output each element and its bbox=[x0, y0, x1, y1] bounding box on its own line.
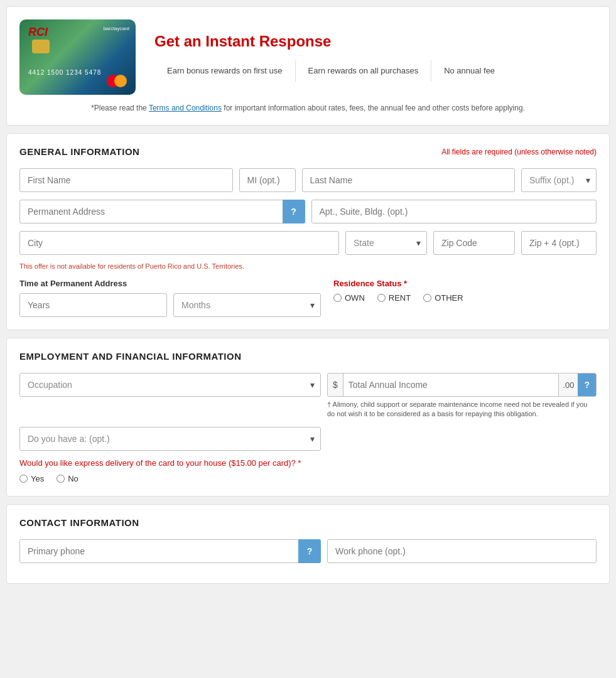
address-question-button[interactable]: ? bbox=[283, 200, 305, 223]
name-row: Suffix (opt.) Jr. Sr. II III ▾ bbox=[19, 168, 597, 192]
apt-input[interactable] bbox=[311, 200, 597, 223]
page-title: Get an Instant Response bbox=[154, 33, 597, 50]
state-select-wrapper: State AL CA NY TX ▾ bbox=[345, 231, 427, 255]
first-name-wrapper bbox=[19, 168, 233, 192]
occupation-income-row: Occupation Employed Self-Employed Retire… bbox=[19, 373, 597, 419]
months-select[interactable]: Months 0 1 2 3 4 5 6 7 8 9 bbox=[173, 293, 321, 317]
general-info-section: GENERAL INFORMATION All fields are requi… bbox=[6, 133, 610, 330]
section-header-contact: CONTACT INFORMATION bbox=[19, 517, 597, 528]
residence-rent-option[interactable]: RENT bbox=[377, 293, 411, 303]
city-state-zip-row: State AL CA NY TX ▾ bbox=[19, 231, 597, 255]
mi-input[interactable] bbox=[239, 168, 296, 192]
time-inputs-row: Months 0 1 2 3 4 5 6 7 8 9 bbox=[19, 293, 321, 317]
express-yes-label: Yes bbox=[31, 474, 44, 483]
address-row: ? bbox=[19, 200, 597, 223]
residence-rent-label: RENT bbox=[389, 293, 411, 303]
residence-section: Residence Status * OWN RENT OTHER bbox=[333, 279, 597, 317]
section-title-general: GENERAL INFORMATION bbox=[19, 146, 139, 157]
primary-phone-question-button[interactable]: ? bbox=[298, 539, 321, 563]
barclaycard-logo: barclaycard bbox=[104, 26, 129, 31]
first-name-input[interactable] bbox=[19, 168, 233, 192]
terms-link[interactable]: Terms and Conditions bbox=[149, 104, 222, 112]
zip4-input[interactable] bbox=[521, 231, 597, 255]
years-input[interactable] bbox=[19, 293, 167, 317]
features-list: Earn bonus rewards on first use Earn rew… bbox=[154, 60, 597, 82]
residence-radio-group: OWN RENT OTHER bbox=[333, 293, 597, 303]
primary-phone-input[interactable] bbox=[19, 539, 321, 563]
time-section: Time at Permanent Address Months 0 1 2 bbox=[19, 279, 321, 317]
express-yes-option[interactable]: Yes bbox=[19, 474, 44, 483]
income-question-button[interactable]: ? bbox=[578, 374, 596, 396]
zip-input[interactable] bbox=[433, 231, 515, 255]
residence-rent-radio[interactable] bbox=[377, 294, 386, 302]
address-input[interactable] bbox=[19, 200, 305, 223]
employment-section: EMPLOYMENT AND FINANCIAL INFORMATION Occ… bbox=[6, 338, 610, 497]
section-header-employment: EMPLOYMENT AND FINANCIAL INFORMATION bbox=[19, 351, 597, 362]
years-wrapper bbox=[19, 293, 167, 317]
card-number: 4412 1500 1234 5478 bbox=[28, 69, 101, 76]
city-wrapper bbox=[19, 231, 339, 255]
zip4-wrapper bbox=[521, 231, 597, 255]
mi-wrapper bbox=[239, 168, 296, 192]
card-chip bbox=[32, 40, 50, 53]
occupation-wrapper: Occupation Employed Self-Employed Retire… bbox=[19, 373, 321, 397]
feature-item-2: Earn rewards on all purchases bbox=[296, 60, 432, 82]
rci-logo: RCI bbox=[28, 26, 48, 39]
do-you-have-row: Do you have a: (opt.) Checking account S… bbox=[19, 427, 597, 451]
state-select[interactable]: State AL CA NY TX bbox=[345, 231, 427, 255]
city-input[interactable] bbox=[19, 231, 339, 255]
do-you-have-select[interactable]: Do you have a: (opt.) Checking account S… bbox=[19, 427, 321, 451]
address-note: This offer is not available for resident… bbox=[19, 262, 597, 270]
income-wrapper: $ .00 ? bbox=[327, 373, 597, 397]
express-no-label: No bbox=[68, 474, 78, 483]
suffix-select[interactable]: Suffix (opt.) Jr. Sr. II III bbox=[521, 168, 597, 192]
income-input[interactable] bbox=[343, 374, 559, 396]
last-name-wrapper bbox=[302, 168, 516, 192]
months-wrapper: Months 0 1 2 3 4 5 6 7 8 9 bbox=[173, 293, 321, 317]
required-note: All fields are required (unless otherwis… bbox=[441, 148, 597, 156]
suffix-select-wrapper: Suffix (opt.) Jr. Sr. II III ▾ bbox=[521, 168, 597, 192]
income-section: $ .00 ? † Alimony, child support or sepa… bbox=[327, 373, 597, 419]
work-phone-wrapper bbox=[327, 539, 597, 563]
residence-other-radio[interactable] bbox=[423, 294, 431, 302]
express-radio-group: Yes No bbox=[19, 474, 597, 483]
months-select-wrapper: Months 0 1 2 3 4 5 6 7 8 9 bbox=[173, 293, 321, 317]
express-required-star: * bbox=[298, 458, 301, 468]
time-residence-row: Time at Permanent Address Months 0 1 2 bbox=[19, 279, 597, 317]
express-no-option[interactable]: No bbox=[57, 474, 78, 483]
time-label: Time at Permanent Address bbox=[19, 279, 321, 288]
express-no-radio[interactable] bbox=[57, 475, 65, 483]
suffix-wrapper: Suffix (opt.) Jr. Sr. II III ▾ bbox=[521, 168, 597, 192]
state-wrapper: State AL CA NY TX ▾ bbox=[345, 231, 427, 255]
feature-item-1: Earn bonus rewards on first use bbox=[154, 60, 296, 82]
apt-wrapper bbox=[311, 200, 597, 223]
residence-own-radio[interactable] bbox=[333, 294, 342, 302]
alimony-note: † Alimony, child support or separate mai… bbox=[327, 400, 597, 419]
residence-other-label: OTHER bbox=[435, 293, 463, 303]
primary-phone-wrapper: ? bbox=[19, 539, 321, 563]
last-name-input[interactable] bbox=[302, 168, 516, 192]
section-title-employment: EMPLOYMENT AND FINANCIAL INFORMATION bbox=[19, 351, 242, 362]
express-label: Would you like express delivery of the c… bbox=[19, 458, 597, 468]
express-yes-radio[interactable] bbox=[19, 475, 28, 483]
work-phone-input[interactable] bbox=[327, 539, 597, 563]
contact-section: CONTACT INFORMATION ? bbox=[6, 504, 610, 584]
residence-other-option[interactable]: OTHER bbox=[423, 293, 463, 303]
do-you-have-wrapper: Do you have a: (opt.) Checking account S… bbox=[19, 427, 321, 451]
occupation-select[interactable]: Occupation Employed Self-Employed Retire… bbox=[19, 373, 321, 397]
primary-phone-input-wrapper: ? bbox=[19, 539, 321, 563]
express-delivery-section: Would you like express delivery of the c… bbox=[19, 458, 597, 483]
income-decimal: .00 bbox=[558, 374, 578, 396]
residence-label: Residence Status * bbox=[333, 279, 597, 288]
mastercard-logo bbox=[107, 75, 127, 87]
occupation-select-wrapper: Occupation Employed Self-Employed Retire… bbox=[19, 373, 321, 397]
section-header-general: GENERAL INFORMATION All fields are requi… bbox=[19, 146, 597, 157]
header-title-area: Get an Instant Response Earn bonus rewar… bbox=[154, 33, 597, 82]
residence-own-option[interactable]: OWN bbox=[333, 293, 365, 303]
phone-row: ? bbox=[19, 539, 597, 563]
feature-item-3: No annual fee bbox=[431, 60, 507, 82]
do-you-have-select-wrapper: Do you have a: (opt.) Checking account S… bbox=[19, 427, 321, 451]
credit-card-image: RCI barclaycard 4412 1500 1234 5478 bbox=[19, 19, 136, 95]
section-title-contact: CONTACT INFORMATION bbox=[19, 517, 139, 528]
terms-text: *Please read the Terms and Conditions fo… bbox=[19, 104, 597, 112]
